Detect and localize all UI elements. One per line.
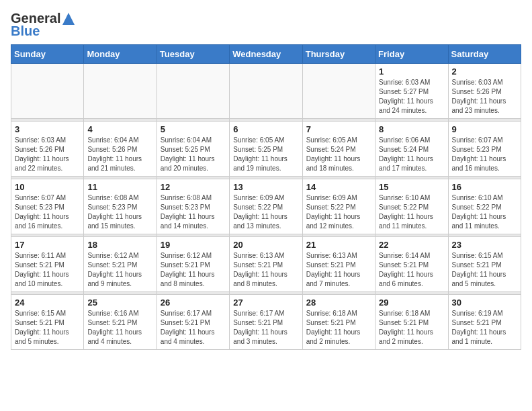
calendar-day-cell: 20Sunrise: 6:13 AM Sunset: 5:21 PM Dayli… (230, 237, 302, 292)
logo-arrow-icon (62, 12, 75, 26)
calendar-day-cell: 17Sunrise: 6:11 AM Sunset: 5:21 PM Dayli… (11, 237, 84, 292)
calendar-day-cell: 23Sunrise: 6:15 AM Sunset: 5:21 PM Dayli… (448, 237, 521, 292)
calendar-day-cell: 18Sunrise: 6:12 AM Sunset: 5:21 PM Dayli… (84, 237, 157, 292)
calendar-day-cell (84, 64, 157, 119)
calendar-day-cell: 12Sunrise: 6:08 AM Sunset: 5:23 PM Dayli… (157, 179, 229, 234)
day-number: 30 (452, 298, 517, 308)
logo: General Blue (11, 11, 75, 39)
calendar-day-cell (157, 64, 229, 119)
day-info: Sunrise: 6:06 AM Sunset: 5:24 PM Dayligh… (379, 136, 444, 173)
calendar-day-cell (230, 64, 302, 119)
day-number: 9 (452, 124, 517, 134)
calendar-day-cell: 9Sunrise: 6:07 AM Sunset: 5:23 PM Daylig… (448, 122, 521, 177)
day-info: Sunrise: 6:13 AM Sunset: 5:21 PM Dayligh… (306, 251, 371, 289)
day-info: Sunrise: 6:03 AM Sunset: 5:26 PM Dayligh… (15, 136, 80, 173)
weekday-header-saturday: Saturday (448, 45, 521, 64)
day-info: Sunrise: 6:07 AM Sunset: 5:23 PM Dayligh… (452, 136, 517, 173)
day-info: Sunrise: 6:05 AM Sunset: 5:24 PM Dayligh… (306, 136, 371, 173)
day-info: Sunrise: 6:11 AM Sunset: 5:21 PM Dayligh… (15, 251, 80, 289)
calendar-day-cell: 19Sunrise: 6:12 AM Sunset: 5:21 PM Dayli… (157, 237, 229, 292)
calendar-week-row-4: 17Sunrise: 6:11 AM Sunset: 5:21 PM Dayli… (11, 237, 521, 292)
day-info: Sunrise: 6:15 AM Sunset: 5:21 PM Dayligh… (15, 309, 80, 347)
weekday-header-friday: Friday (375, 45, 448, 64)
day-info: Sunrise: 6:05 AM Sunset: 5:25 PM Dayligh… (233, 136, 298, 173)
calendar-day-cell: 2Sunrise: 6:03 AM Sunset: 5:26 PM Daylig… (448, 64, 521, 119)
day-info: Sunrise: 6:04 AM Sunset: 5:26 PM Dayligh… (87, 136, 152, 173)
day-number: 28 (306, 298, 371, 308)
day-info: Sunrise: 6:09 AM Sunset: 5:22 PM Dayligh… (233, 193, 298, 231)
day-info: Sunrise: 6:17 AM Sunset: 5:21 PM Dayligh… (233, 309, 298, 347)
calendar-day-cell: 22Sunrise: 6:14 AM Sunset: 5:21 PM Dayli… (375, 237, 448, 292)
calendar-day-cell: 14Sunrise: 6:09 AM Sunset: 5:22 PM Dayli… (302, 179, 375, 234)
day-number: 5 (161, 124, 226, 134)
day-number: 25 (87, 298, 152, 308)
day-info: Sunrise: 6:04 AM Sunset: 5:25 PM Dayligh… (161, 136, 226, 173)
day-number: 18 (87, 240, 152, 250)
day-info: Sunrise: 6:03 AM Sunset: 5:27 PM Dayligh… (379, 78, 444, 116)
weekday-header-thursday: Thursday (302, 45, 375, 64)
day-info: Sunrise: 6:09 AM Sunset: 5:22 PM Dayligh… (306, 193, 371, 231)
calendar-day-cell: 26Sunrise: 6:17 AM Sunset: 5:21 PM Dayli… (157, 295, 229, 350)
day-number: 17 (15, 240, 80, 250)
day-number: 23 (452, 240, 517, 250)
calendar-day-cell: 10Sunrise: 6:07 AM Sunset: 5:23 PM Dayli… (11, 179, 84, 234)
day-number: 29 (379, 298, 444, 308)
day-number: 7 (306, 124, 371, 134)
weekday-header-wednesday: Wednesday (230, 45, 302, 64)
calendar-day-cell: 13Sunrise: 6:09 AM Sunset: 5:22 PM Dayli… (230, 179, 302, 234)
day-info: Sunrise: 6:19 AM Sunset: 5:21 PM Dayligh… (452, 309, 517, 347)
day-number: 8 (379, 124, 444, 134)
weekday-header-row: SundayMondayTuesdayWednesdayThursdayFrid… (11, 45, 521, 64)
calendar-day-cell: 8Sunrise: 6:06 AM Sunset: 5:24 PM Daylig… (375, 122, 448, 177)
day-info: Sunrise: 6:10 AM Sunset: 5:22 PM Dayligh… (379, 193, 444, 231)
day-info: Sunrise: 6:10 AM Sunset: 5:22 PM Dayligh… (452, 193, 517, 231)
calendar-week-row-3: 10Sunrise: 6:07 AM Sunset: 5:23 PM Dayli… (11, 179, 521, 234)
day-number: 14 (306, 182, 371, 192)
calendar-day-cell: 6Sunrise: 6:05 AM Sunset: 5:25 PM Daylig… (230, 122, 302, 177)
day-number: 12 (161, 182, 226, 192)
calendar-day-cell (11, 64, 84, 119)
calendar-day-cell: 5Sunrise: 6:04 AM Sunset: 5:25 PM Daylig… (157, 122, 229, 177)
calendar-day-cell: 11Sunrise: 6:08 AM Sunset: 5:23 PM Dayli… (84, 179, 157, 234)
day-info: Sunrise: 6:15 AM Sunset: 5:21 PM Dayligh… (452, 251, 517, 289)
day-info: Sunrise: 6:12 AM Sunset: 5:21 PM Dayligh… (161, 251, 226, 289)
day-info: Sunrise: 6:07 AM Sunset: 5:23 PM Dayligh… (15, 193, 80, 231)
page-header: General Blue (11, 11, 521, 39)
logo-container: General Blue (11, 11, 75, 39)
calendar-day-cell: 24Sunrise: 6:15 AM Sunset: 5:21 PM Dayli… (11, 295, 84, 350)
day-info: Sunrise: 6:18 AM Sunset: 5:21 PM Dayligh… (379, 309, 444, 347)
calendar-week-row-1: 1Sunrise: 6:03 AM Sunset: 5:27 PM Daylig… (11, 64, 521, 119)
day-info: Sunrise: 6:08 AM Sunset: 5:23 PM Dayligh… (87, 193, 152, 231)
weekday-header-sunday: Sunday (11, 45, 84, 64)
day-number: 4 (87, 124, 152, 134)
calendar-day-cell: 30Sunrise: 6:19 AM Sunset: 5:21 PM Dayli… (448, 295, 521, 350)
day-number: 11 (87, 182, 152, 192)
calendar-day-cell: 29Sunrise: 6:18 AM Sunset: 5:21 PM Dayli… (375, 295, 448, 350)
calendar-day-cell (302, 64, 375, 119)
day-info: Sunrise: 6:12 AM Sunset: 5:21 PM Dayligh… (87, 251, 152, 289)
day-number: 2 (452, 66, 517, 77)
calendar-day-cell: 3Sunrise: 6:03 AM Sunset: 5:26 PM Daylig… (11, 122, 84, 177)
day-info: Sunrise: 6:16 AM Sunset: 5:21 PM Dayligh… (87, 309, 152, 347)
calendar-week-row-5: 24Sunrise: 6:15 AM Sunset: 5:21 PM Dayli… (11, 295, 521, 350)
weekday-header-monday: Monday (84, 45, 157, 64)
svg-marker-0 (62, 13, 75, 25)
day-info: Sunrise: 6:13 AM Sunset: 5:21 PM Dayligh… (233, 251, 298, 289)
calendar-week-row-2: 3Sunrise: 6:03 AM Sunset: 5:26 PM Daylig… (11, 122, 521, 177)
calendar-day-cell: 25Sunrise: 6:16 AM Sunset: 5:21 PM Dayli… (84, 295, 157, 350)
weekday-header-tuesday: Tuesday (157, 45, 229, 64)
calendar-day-cell: 4Sunrise: 6:04 AM Sunset: 5:26 PM Daylig… (84, 122, 157, 177)
calendar-day-cell: 28Sunrise: 6:18 AM Sunset: 5:21 PM Dayli… (302, 295, 375, 350)
day-number: 19 (161, 240, 226, 250)
day-info: Sunrise: 6:17 AM Sunset: 5:21 PM Dayligh… (161, 309, 226, 347)
day-number: 26 (161, 298, 226, 308)
day-info: Sunrise: 6:14 AM Sunset: 5:21 PM Dayligh… (379, 251, 444, 289)
day-number: 22 (379, 240, 444, 250)
calendar-table: SundayMondayTuesdayWednesdayThursdayFrid… (11, 44, 521, 350)
day-number: 13 (233, 182, 298, 192)
day-number: 1 (379, 66, 444, 77)
day-info: Sunrise: 6:03 AM Sunset: 5:26 PM Dayligh… (452, 78, 517, 116)
day-number: 15 (379, 182, 444, 192)
day-number: 3 (15, 124, 80, 134)
day-number: 24 (15, 298, 80, 308)
